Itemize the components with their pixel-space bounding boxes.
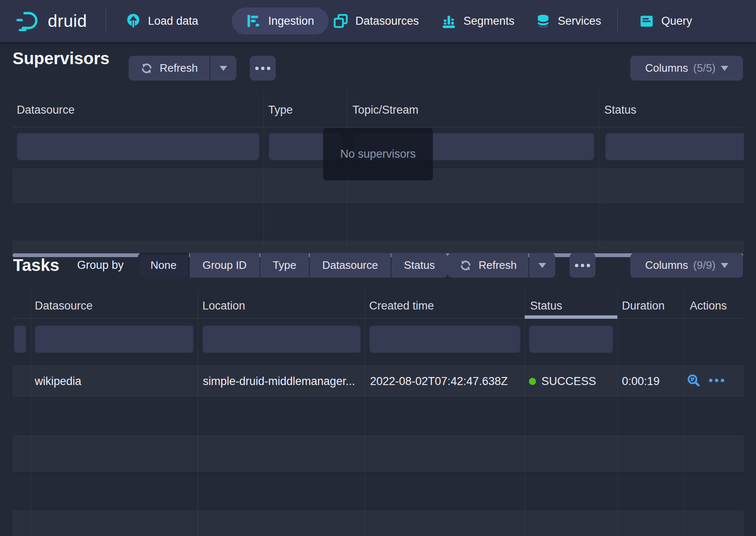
tasks-group-by-button-group: None Group ID Type Datasource Status <box>138 253 448 278</box>
nav-item-services[interactable]: Services <box>536 0 601 42</box>
tasks-header-datasource[interactable]: Datasource <box>35 299 93 312</box>
columns-button-label: Columns <box>645 62 688 75</box>
button-label: Datasource <box>322 259 378 272</box>
supervisors-header-status[interactable]: Status <box>604 104 637 117</box>
columns-count: (9/9) <box>693 259 715 272</box>
supervisors-header-datasource[interactable]: Datasource <box>17 104 75 117</box>
status-sort-indicator <box>525 315 617 319</box>
supervisors-refresh-split-button: Refresh <box>129 56 236 81</box>
group-by-none-button[interactable]: None <box>138 253 189 278</box>
button-label: None <box>150 259 176 272</box>
refresh-icon <box>459 259 472 272</box>
button-label: Group ID <box>202 259 247 272</box>
nav-item-label: Ingestion <box>268 15 314 28</box>
task-cell-datasource[interactable]: wikipedia <box>35 375 81 388</box>
nav-divider <box>617 9 618 33</box>
nav-item-ingestion[interactable]: Ingestion <box>232 8 329 34</box>
tasks-refresh-split-button: Refresh <box>448 253 555 278</box>
nav-item-segments[interactable]: Segments <box>441 0 515 42</box>
group-by-datasource-button[interactable]: Datasource <box>310 253 391 278</box>
tasks-header-location[interactable]: Location <box>202 299 245 312</box>
nav-item-query[interactable]: Query <box>639 0 692 42</box>
group-by-label: Group by <box>77 259 124 271</box>
header-divider <box>13 318 744 319</box>
refresh-button-label: Refresh <box>160 62 198 75</box>
tasks-more-button[interactable] <box>570 253 595 278</box>
refresh-icon <box>140 62 153 75</box>
upload-icon <box>126 13 141 29</box>
datasources-icon <box>333 13 348 29</box>
services-icon <box>536 13 551 29</box>
nav-item-load-data[interactable]: Load data <box>126 0 198 42</box>
table-row <box>13 240 744 253</box>
supervisors-header-topic-stream[interactable]: Topic/Stream <box>352 104 419 117</box>
chevron-down-icon <box>539 263 546 268</box>
tasks-header-status[interactable]: Status <box>530 299 562 312</box>
column-divider <box>525 289 525 536</box>
supervisors-filter-datasource[interactable] <box>17 133 259 160</box>
columns-button-label: Columns <box>645 259 688 272</box>
table-row <box>13 435 744 472</box>
status-text: SUCCESS <box>541 375 596 388</box>
group-by-group-id-button[interactable]: Group ID <box>190 253 259 278</box>
tasks-filter-id[interactable] <box>14 325 26 353</box>
druid-console: druid Load data Ingestion <box>0 0 756 536</box>
nav-item-datasources[interactable]: Datasources <box>333 0 419 42</box>
task-cell-status[interactable]: SUCCESS <box>529 375 596 388</box>
header-divider <box>13 127 744 127</box>
supervisors-empty-state: No supervisors <box>323 128 433 180</box>
tasks-header-created-time[interactable]: Created time <box>369 299 434 312</box>
tasks-refresh-button[interactable]: Refresh <box>448 253 528 278</box>
task-actions-more-icon[interactable] <box>709 379 724 382</box>
column-divider <box>198 289 198 536</box>
druid-logo[interactable]: druid <box>16 0 87 42</box>
group-by-type-button[interactable]: Type <box>260 253 309 278</box>
tasks-table: Datasource Location Created time Status … <box>13 289 744 536</box>
ingestion-icon <box>246 13 261 29</box>
empty-message: No supervisors <box>340 148 416 161</box>
tasks-refresh-dropdown-button[interactable] <box>529 253 555 278</box>
chevron-down-icon <box>721 66 728 71</box>
nav-divider <box>106 9 106 33</box>
chevron-down-icon <box>220 66 227 71</box>
group-by-status-button[interactable]: Status <box>391 253 448 278</box>
table-row <box>13 510 744 536</box>
more-icon <box>255 67 270 70</box>
query-icon <box>639 13 654 29</box>
row-divider <box>13 397 744 398</box>
supervisors-more-button[interactable] <box>250 56 276 81</box>
nav-item-label: Datasources <box>355 15 419 28</box>
supervisors-columns-button[interactable]: Columns (5/5) <box>630 56 743 81</box>
segments-icon <box>441 13 456 29</box>
status-success-dot <box>529 378 536 385</box>
tasks-header-actions[interactable]: Actions <box>690 299 727 312</box>
supervisors-filter-status[interactable] <box>605 133 744 160</box>
supervisors-header-type[interactable]: Type <box>268 104 293 117</box>
nav-item-label: Services <box>558 15 601 28</box>
tasks-filter-created-time[interactable] <box>369 325 520 353</box>
row-divider <box>13 204 744 204</box>
column-divider <box>617 289 618 536</box>
task-cell-location[interactable]: simple-druid-middlemanager... <box>203 375 355 388</box>
task-detail-magnifier-icon[interactable] <box>686 373 701 388</box>
tasks-filter-datasource[interactable] <box>35 325 194 353</box>
column-divider <box>31 289 31 536</box>
supervisors-refresh-dropdown-button[interactable] <box>210 56 236 81</box>
chevron-down-icon <box>721 263 728 268</box>
tasks-filter-status[interactable] <box>529 325 613 353</box>
brand-text: druid <box>48 11 87 31</box>
tasks-header-duration[interactable]: Duration <box>622 299 665 312</box>
task-cell-created-time[interactable]: 2022-08-02T07:42:47.638Z <box>370 375 508 388</box>
task-cell-actions <box>686 373 724 388</box>
tasks-columns-button[interactable]: Columns (9/9) <box>630 253 743 278</box>
druid-logo-icon <box>16 10 42 31</box>
column-divider <box>684 289 685 536</box>
supervisors-refresh-button[interactable]: Refresh <box>129 56 210 81</box>
tasks-filter-location[interactable] <box>202 325 361 353</box>
task-cell-duration[interactable]: 0:00:19 <box>622 375 660 388</box>
refresh-button-label: Refresh <box>479 259 517 272</box>
supervisors-title: Supervisors <box>13 48 109 68</box>
more-icon <box>575 264 590 267</box>
nav-item-label: Segments <box>463 15 515 28</box>
top-nav: druid Load data Ingestion <box>0 0 756 42</box>
